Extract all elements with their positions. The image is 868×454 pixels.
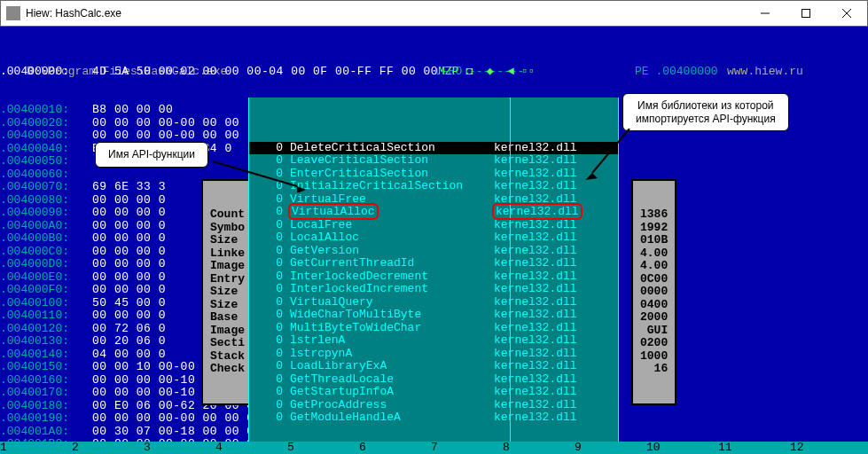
fkey-5[interactable]: 5 [287,442,359,455]
hex-addr: .00400060: [0,168,92,182]
import-library: kernel32.dll [494,142,577,155]
fkey-7[interactable]: 7 [431,442,503,455]
import-function: InterlockedIncrement [290,283,494,296]
svg-rect-1 [802,10,810,18]
hiew-url: www.hiew.ru [727,66,803,79]
maximize-button[interactable] [786,1,826,26]
fkey-6[interactable]: 6 [359,442,431,455]
import-row[interactable]: 0GetCurrentThreadIdkernel32.dll [249,257,618,270]
import-row[interactable]: 0LocalAllockernel32.dll [249,231,618,245]
import-row[interactable]: 0GetThreadLocalekernel32.dll [249,373,618,387]
svg-marker-5 [297,186,306,192]
hex-bytes: 00 00 10 00-00 10 [92,361,217,374]
hex-addr: .00400150: [0,361,92,374]
import-ordinal: 0 [265,257,283,270]
close-button[interactable] [826,1,867,26]
pe-field-value: 1992 [640,222,668,235]
hex-bytes: 00 00 00 0 [92,309,166,323]
window-title: Hiew: HashCalc.exe [26,7,745,20]
import-row[interactable]: 0VirtualAllockernel32.dll [249,206,618,219]
import-row[interactable]: 0GetStartupInfoAkernel32.dll [249,386,618,399]
import-library: kernel32.dll [494,334,577,348]
import-ordinal: 0 [265,283,283,296]
hex-addr: .004000F0: [0,284,92,297]
import-row[interactable]: 0GetProcAddresskernel32.dll [249,399,618,412]
import-row[interactable]: 0lstrcpynAkernel32.dll [249,348,618,361]
hex-addr: .00400120: [0,323,92,336]
import-row[interactable]: 0InterlockedIncrementkernel32.dll [249,283,618,296]
import-ordinal: 0 [265,360,283,373]
import-library: kernel32.dll [494,154,577,168]
hex-bytes: 00 00 00 00-00 00 00 [92,129,239,143]
hex-bytes: 4D 5A 50 00-02 00 00 00-04 00 0F 00-FF F… [92,66,438,79]
fkey-bar[interactable]: 123456789101112 [0,442,868,455]
fkey-8[interactable]: 8 [503,442,575,455]
fkey-10[interactable]: 10 [646,442,718,455]
pe-field-value: 4.00 [640,247,668,261]
hex-addr: .00400040: [0,143,92,156]
hex-bytes: 00 00 00 0 [92,207,166,220]
import-table[interactable]: 0DeleteCriticalSectionkernel32.dll0Leave… [248,98,619,454]
import-row[interactable]: 0LoadLibraryExAkernel32.dll [249,360,618,373]
import-function: InitializeCriticalSection [290,180,494,193]
import-row[interactable]: 0lstrlenAkernel32.dll [249,334,618,348]
fkey-1[interactable]: 1 [0,442,72,455]
pe-field-value: 2000 [640,311,668,325]
hex-bytes: 00 00 00 0 [92,271,166,285]
fkey-11[interactable]: 11 [718,442,790,455]
import-library: kernel32.dll [494,386,577,399]
hex-bytes: 04 00 00 0 [92,348,166,362]
import-function: WideCharToMultiByte [290,309,494,322]
fkey-12[interactable]: 12 [790,442,862,455]
hex-addr: .00400080: [0,194,92,207]
import-ordinal: 0 [265,373,283,387]
import-row[interactable]: 0LocalFreekernel32.dll [249,219,618,232]
import-library: kernel32.dll [494,399,577,412]
import-ordinal: 0 [265,296,283,309]
hex-bytes: 00 20 06 0 [92,335,166,348]
import-row[interactable]: 0GetModuleHandleAkernel32.dll [249,411,618,425]
hex-addr: .00400010: [0,104,92,117]
hex-addr: .004000D0: [0,258,92,271]
fkey-4[interactable]: 4 [215,442,287,455]
hex-addr: .004001A0: [0,426,92,439]
import-library: kernel32.dll [494,360,577,373]
import-library: kernel32.dll [494,219,577,232]
window-titlebar: Hiew: HashCalc.exe [0,0,868,27]
import-ordinal: 0 [265,206,283,219]
hex-bytes: 00 00 00 0 [92,246,166,259]
hex-addr: .00400190: [0,412,92,426]
import-ordinal: 0 [265,193,283,207]
import-row[interactable]: 0MultiByteToWideCharkernel32.dll [249,322,618,335]
import-row[interactable]: 0InterlockedDecrementkernel32.dll [249,270,618,284]
import-function: lstrcpynA [290,348,494,361]
pe-field-value: 1000 [640,350,668,364]
hex-addr: .00400140: [0,348,92,362]
import-ordinal: 0 [265,219,283,232]
import-function: GetModuleHandleA [290,411,494,425]
import-row[interactable]: 0WideCharToMultiBytekernel32.dll [249,309,618,322]
import-row[interactable]: 0VirtualQuerykernel32.dll [249,296,618,309]
svg-line-6 [592,129,629,173]
import-function: lstrlenA [290,334,494,348]
fkey-2[interactable]: 2 [72,442,144,455]
minimize-button[interactable] [745,1,786,26]
hex-addr: .004000A0: [0,220,92,233]
pe-field-value: l386 [640,208,668,222]
fkey-9[interactable]: 9 [575,442,646,455]
import-function: GetCurrentThreadId [290,257,494,270]
hex-addr: .00400110: [0,309,92,323]
column-divider [510,98,511,454]
hex-addr: .00400180: [0,400,92,413]
fkey-3[interactable]: 3 [144,442,215,455]
import-ordinal: 0 [265,231,283,245]
import-library: kernel32.dll [494,373,577,387]
import-ordinal: 0 [265,245,283,258]
import-row[interactable]: 0GetVersionkernel32.dll [249,245,618,258]
import-function: LeaveCriticalSection [290,154,494,168]
svg-line-4 [213,161,297,186]
import-ordinal: 0 [265,386,283,399]
import-function: InterlockedDecrement [290,270,494,284]
hex-addr: .00400030: [0,129,92,143]
hex-addr: .00400050: [0,155,92,168]
